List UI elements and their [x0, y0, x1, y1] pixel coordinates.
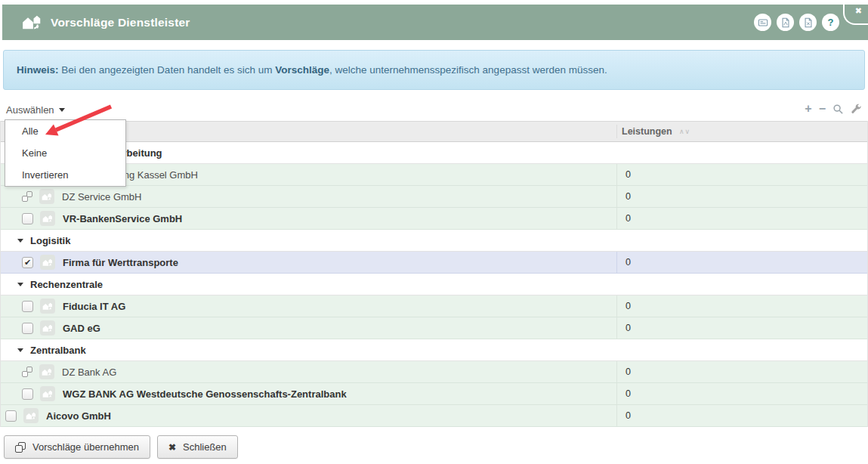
- category-label: Rechenzentrale: [30, 279, 103, 290]
- copy-icon: [15, 442, 26, 453]
- table-row[interactable]: Fiducia IT AG0: [1, 295, 867, 317]
- table-row[interactable]: Geldbearbeitung Kassel GmbH0: [1, 164, 867, 186]
- category-row[interactable]: Rechenzentrale: [1, 274, 867, 295]
- company-icon: [40, 211, 55, 226]
- company-label: Firma für Werttransporte: [63, 257, 178, 268]
- help-icon[interactable]: ?: [822, 14, 839, 31]
- pdf-export-icon[interactable]: [777, 14, 794, 31]
- company-icon: [40, 255, 55, 270]
- services-count: 0: [616, 361, 868, 382]
- collapse-icon[interactable]: [17, 348, 23, 352]
- table-row[interactable]: WGZ BANK AG Westdeutsche Genossenschafts…: [1, 383, 867, 405]
- dienstleister-table: Leistungen ∧∨ Geld- und Wertebearbeitung…: [0, 121, 868, 427]
- table-row[interactable]: VR-BankenService GmbH0: [1, 208, 867, 230]
- vorschlaege-dienstleister-window: Vorschläge Dienstleister: [0, 0, 868, 464]
- auswaehlen-menu: Alle Keine Invertieren: [5, 119, 126, 187]
- company-label: GAD eG: [63, 323, 100, 334]
- company-icon: [40, 299, 55, 314]
- row-checkbox[interactable]: [22, 388, 33, 400]
- column-divider: [616, 125, 617, 138]
- row-checkbox[interactable]: [22, 323, 33, 334]
- schliessen-button[interactable]: ✖ Schließen: [157, 435, 238, 459]
- collapse-icon[interactable]: [17, 239, 23, 243]
- services-count: 0: [616, 295, 868, 317]
- category-row[interactable]: Logisitik: [1, 230, 867, 252]
- services-count: 0: [616, 383, 868, 404]
- category-row[interactable]: Zentralbank: [1, 339, 867, 361]
- sort-icons[interactable]: ∧∨: [679, 122, 690, 141]
- menu-item-alle[interactable]: Alle: [5, 120, 125, 142]
- close-window-tab[interactable]: ✖: [843, 5, 868, 25]
- search-icon[interactable]: [832, 104, 844, 115]
- vorschlaege-uebernehmen-button[interactable]: Vorschläge übernehmen: [4, 435, 150, 459]
- services-count: 0: [616, 164, 868, 185]
- footer-buttons: Vorschläge übernehmen ✖ Schließen: [4, 435, 238, 459]
- row-checkbox[interactable]: ✔: [22, 257, 33, 268]
- row-checkbox[interactable]: [22, 213, 33, 224]
- company-label: DZ Bank AG: [62, 367, 116, 378]
- add-icon[interactable]: +: [805, 103, 811, 115]
- table-body: Geld- und WertebearbeitungGeldbearbeitun…: [1, 142, 867, 427]
- window-header: Vorschläge Dienstleister: [2, 5, 868, 40]
- table-row[interactable]: DZ Service GmbH0: [1, 186, 867, 208]
- services-count: 0: [616, 252, 868, 273]
- row-checkbox[interactable]: [5, 410, 17, 422]
- remove-icon[interactable]: −: [819, 103, 826, 115]
- company-label: Fiducia IT AG: [63, 301, 125, 312]
- table-row[interactable]: ✔Firma für Werttransporte0: [1, 252, 867, 274]
- company-label: Aicovo GmbH: [46, 410, 111, 422]
- hint-banner: Hinweis: Bei den angezeigten Daten hande…: [3, 50, 865, 90]
- table-header-row: Leistungen ∧∨: [1, 121, 867, 142]
- company-label: VR-BankenService GmbH: [63, 213, 182, 224]
- menu-item-keine[interactable]: Keine: [5, 142, 125, 164]
- services-count: 0: [616, 186, 868, 207]
- auswaehlen-label: Auswählen: [6, 104, 54, 116]
- dienstleister-houses-icon: [20, 11, 43, 34]
- wrench-icon[interactable]: [851, 104, 862, 115]
- column-header-leistungen: Leistungen: [622, 122, 672, 141]
- services-count: 0: [616, 317, 868, 339]
- category-label: Zentralbank: [30, 345, 86, 356]
- card-icon[interactable]: [754, 14, 771, 31]
- locked-checkbox-icon: [22, 367, 32, 377]
- row-checkbox[interactable]: [22, 301, 33, 312]
- company-icon: [40, 386, 55, 401]
- services-count: 0: [616, 208, 868, 229]
- table-row[interactable]: GAD eG0: [1, 317, 867, 339]
- close-icon: ✖: [168, 443, 176, 452]
- auswaehlen-dropdown-toggle[interactable]: Auswählen: [6, 104, 65, 116]
- company-label: WGZ BANK AG Westdeutsche Genossenschafts…: [63, 388, 347, 400]
- services-count: 0: [616, 405, 868, 426]
- table-row[interactable]: DZ Bank AG0: [1, 361, 867, 383]
- locked-checkbox-icon: [22, 191, 32, 202]
- chevron-down-icon: [59, 108, 65, 112]
- menu-item-invertieren[interactable]: Invertieren: [5, 164, 125, 186]
- close-icon: ✖: [855, 7, 862, 15]
- hint-text: Hinweis: Bei den angezeigten Daten hande…: [17, 64, 607, 76]
- table-toolbar-icons: + −: [805, 103, 862, 115]
- table-row[interactable]: Aicovo GmbH0: [1, 405, 867, 427]
- category-row[interactable]: Geld- und Wertebearbeitung: [1, 142, 867, 164]
- category-label: Logisitik: [30, 235, 70, 246]
- window-title: Vorschläge Dienstleister: [51, 16, 190, 29]
- company-icon: [39, 189, 54, 204]
- company-icon: [39, 364, 54, 379]
- company-label: DZ Service GmbH: [62, 191, 141, 203]
- company-icon: [40, 320, 55, 336]
- company-icon: [23, 408, 39, 423]
- excel-export-icon[interactable]: [799, 14, 817, 31]
- collapse-icon[interactable]: [17, 283, 23, 286]
